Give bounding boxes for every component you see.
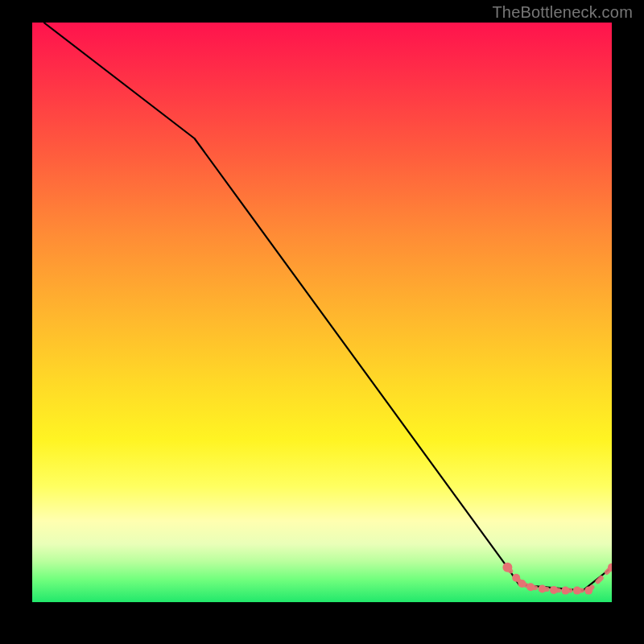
marker-point xyxy=(539,584,547,592)
marker-point xyxy=(526,583,535,591)
marker-point xyxy=(561,587,569,595)
plot-area xyxy=(32,23,612,602)
marker-point xyxy=(518,580,526,588)
highlight-markers xyxy=(502,563,612,595)
chart-overlay-svg xyxy=(32,23,612,602)
marker-point xyxy=(550,586,558,594)
chart-frame: TheBottleneck.com xyxy=(0,0,644,644)
marker-point xyxy=(502,563,512,572)
svg-line-8 xyxy=(588,568,612,591)
marker-point xyxy=(512,574,520,582)
marker-point xyxy=(584,587,592,595)
marker-point xyxy=(573,587,581,595)
bottleneck-line xyxy=(43,23,612,591)
watermark-text: TheBottleneck.com xyxy=(492,3,633,22)
